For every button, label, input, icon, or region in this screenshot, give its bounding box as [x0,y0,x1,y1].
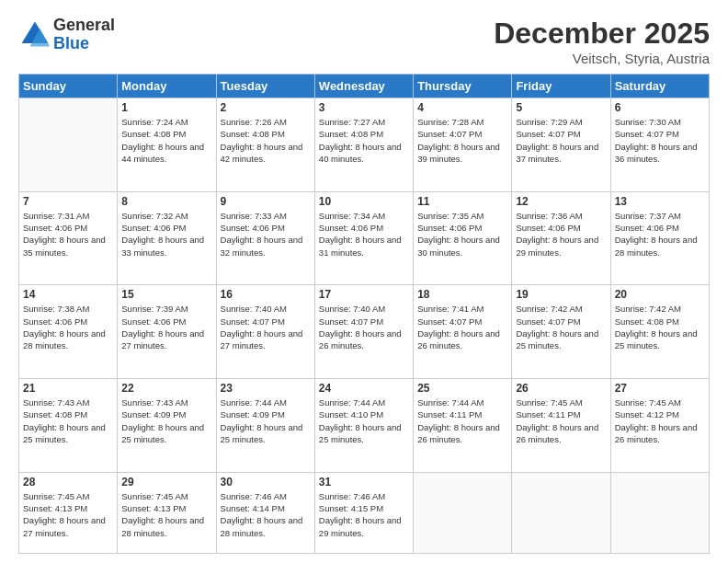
logo-blue: Blue [53,35,115,53]
calendar: Sunday Monday Tuesday Wednesday Thursday… [18,74,710,554]
table-row: 23 Sunrise: 7:44 AM Sunset: 4:09 PM Dayl… [216,379,314,473]
day-info: Sunrise: 7:46 AM Sunset: 4:15 PM Dayligh… [319,490,409,539]
day-info: Sunrise: 7:28 AM Sunset: 4:07 PM Dayligh… [417,116,507,165]
table-row: 20 Sunrise: 7:42 AM Sunset: 4:08 PM Dayl… [610,285,709,379]
day-info: Sunrise: 7:45 AM Sunset: 4:12 PM Dayligh… [615,396,705,445]
day-info: Sunrise: 7:29 AM Sunset: 4:07 PM Dayligh… [516,116,606,165]
day-number: 31 [319,476,409,488]
header-thursday: Thursday [414,75,512,98]
location: Veitsch, Styria, Austria [494,51,710,66]
calendar-row: 28 Sunrise: 7:45 AM Sunset: 4:13 PM Dayl… [19,472,710,553]
logo-general: General [53,17,115,35]
page: General Blue December 2025 Veitsch, Styr… [0,0,728,563]
table-row: 3 Sunrise: 7:27 AM Sunset: 4:08 PM Dayli… [314,98,413,192]
day-number: 26 [516,382,606,395]
table-row: 29 Sunrise: 7:45 AM Sunset: 4:13 PM Dayl… [118,472,216,553]
table-row: 10 Sunrise: 7:34 AM Sunset: 4:06 PM Dayl… [314,191,413,285]
day-info: Sunrise: 7:26 AM Sunset: 4:08 PM Dayligh… [221,116,311,165]
table-row: 21 Sunrise: 7:43 AM Sunset: 4:08 PM Dayl… [19,379,118,473]
table-row [414,472,512,553]
day-number: 2 [221,101,311,114]
table-row: 26 Sunrise: 7:45 AM Sunset: 4:11 PM Dayl… [512,379,610,473]
day-number: 21 [23,382,113,395]
logo: General Blue [18,17,115,53]
day-info: Sunrise: 7:30 AM Sunset: 4:07 PM Dayligh… [615,116,705,165]
table-row: 6 Sunrise: 7:30 AM Sunset: 4:07 PM Dayli… [610,98,709,192]
table-row [610,472,709,553]
day-info: Sunrise: 7:37 AM Sunset: 4:06 PM Dayligh… [615,210,705,259]
day-number: 28 [23,476,113,488]
calendar-row: 1 Sunrise: 7:24 AM Sunset: 4:08 PM Dayli… [19,98,710,192]
table-row: 28 Sunrise: 7:45 AM Sunset: 4:13 PM Dayl… [19,472,118,553]
table-row: 7 Sunrise: 7:31 AM Sunset: 4:06 PM Dayli… [19,191,118,285]
table-row: 16 Sunrise: 7:40 AM Sunset: 4:07 PM Dayl… [216,285,314,379]
day-number: 30 [221,476,311,488]
header-wednesday: Wednesday [314,75,413,98]
table-row: 31 Sunrise: 7:46 AM Sunset: 4:15 PM Dayl… [314,472,413,553]
table-row: 19 Sunrise: 7:42 AM Sunset: 4:07 PM Dayl… [512,285,610,379]
day-info: Sunrise: 7:44 AM Sunset: 4:09 PM Dayligh… [221,396,311,445]
table-row: 4 Sunrise: 7:28 AM Sunset: 4:07 PM Dayli… [414,98,512,192]
day-info: Sunrise: 7:41 AM Sunset: 4:07 PM Dayligh… [417,303,507,351]
day-number: 8 [121,195,211,208]
day-number: 3 [319,101,409,114]
day-number: 7 [23,195,113,208]
table-row: 14 Sunrise: 7:38 AM Sunset: 4:06 PM Dayl… [19,285,118,379]
header-saturday: Saturday [610,75,709,98]
table-row [19,98,118,192]
day-info: Sunrise: 7:39 AM Sunset: 4:06 PM Dayligh… [121,303,211,351]
day-number: 24 [319,382,409,395]
day-number: 19 [516,288,606,301]
day-info: Sunrise: 7:45 AM Sunset: 4:13 PM Dayligh… [121,490,211,539]
day-info: Sunrise: 7:42 AM Sunset: 4:07 PM Dayligh… [516,303,606,351]
day-number: 25 [417,382,507,395]
day-number: 29 [121,476,211,488]
day-number: 11 [417,195,507,208]
logo-text: General Blue [53,17,115,53]
day-number: 20 [615,288,705,301]
day-number: 13 [615,195,705,208]
day-number: 6 [615,101,705,114]
table-row: 27 Sunrise: 7:45 AM Sunset: 4:12 PM Dayl… [610,379,709,473]
day-number: 4 [417,101,507,114]
table-row: 25 Sunrise: 7:44 AM Sunset: 4:11 PM Dayl… [414,379,512,473]
day-info: Sunrise: 7:35 AM Sunset: 4:06 PM Dayligh… [417,210,507,259]
day-number: 18 [417,288,507,301]
table-row: 5 Sunrise: 7:29 AM Sunset: 4:07 PM Dayli… [512,98,610,192]
calendar-row: 7 Sunrise: 7:31 AM Sunset: 4:06 PM Dayli… [19,191,710,285]
day-number: 27 [615,382,705,395]
day-info: Sunrise: 7:31 AM Sunset: 4:06 PM Dayligh… [23,210,113,259]
day-info: Sunrise: 7:24 AM Sunset: 4:08 PM Dayligh… [121,116,211,165]
day-info: Sunrise: 7:43 AM Sunset: 4:09 PM Dayligh… [121,396,211,445]
day-number: 16 [221,288,311,301]
calendar-row: 21 Sunrise: 7:43 AM Sunset: 4:08 PM Dayl… [19,379,710,473]
day-number: 9 [221,195,311,208]
header-monday: Monday [118,75,216,98]
day-number: 12 [516,195,606,208]
day-number: 1 [121,101,211,114]
day-number: 14 [23,288,113,301]
day-number: 15 [121,288,211,301]
day-info: Sunrise: 7:38 AM Sunset: 4:06 PM Dayligh… [23,303,113,351]
header-sunday: Sunday [19,75,118,98]
table-row [512,472,610,553]
table-row: 22 Sunrise: 7:43 AM Sunset: 4:09 PM Dayl… [118,379,216,473]
logo-icon [18,18,51,52]
day-info: Sunrise: 7:43 AM Sunset: 4:08 PM Dayligh… [23,396,113,445]
table-row: 8 Sunrise: 7:32 AM Sunset: 4:06 PM Dayli… [118,191,216,285]
day-info: Sunrise: 7:45 AM Sunset: 4:11 PM Dayligh… [516,396,606,445]
day-info: Sunrise: 7:40 AM Sunset: 4:07 PM Dayligh… [221,303,311,351]
weekday-header-row: Sunday Monday Tuesday Wednesday Thursday… [19,75,710,98]
header-friday: Friday [512,75,610,98]
day-info: Sunrise: 7:36 AM Sunset: 4:06 PM Dayligh… [516,210,606,259]
table-row: 30 Sunrise: 7:46 AM Sunset: 4:14 PM Dayl… [216,472,314,553]
table-row: 24 Sunrise: 7:44 AM Sunset: 4:10 PM Dayl… [314,379,413,473]
day-number: 22 [121,382,211,395]
table-row: 9 Sunrise: 7:33 AM Sunset: 4:06 PM Dayli… [216,191,314,285]
day-number: 10 [319,195,409,208]
title-block: December 2025 Veitsch, Styria, Austria [494,17,710,66]
day-number: 5 [516,101,606,114]
day-info: Sunrise: 7:46 AM Sunset: 4:14 PM Dayligh… [221,490,311,539]
day-info: Sunrise: 7:42 AM Sunset: 4:08 PM Dayligh… [615,303,705,351]
table-row: 1 Sunrise: 7:24 AM Sunset: 4:08 PM Dayli… [118,98,216,192]
